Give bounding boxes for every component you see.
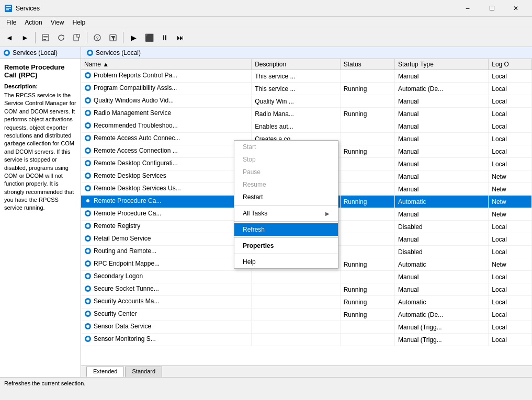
service-status xyxy=(340,95,394,108)
context-menu-item-label: Refresh xyxy=(243,226,265,233)
table-row[interactable]: Security Accounts Ma... Running Automati… xyxy=(81,296,532,308)
table-row[interactable]: Sensor Monitoring S... Manual (Trigg... … xyxy=(81,334,532,346)
service-status xyxy=(340,221,394,233)
forward-button[interactable]: ► xyxy=(18,31,32,44)
pause-service-button[interactable]: ⏸ xyxy=(157,31,172,44)
sidebar-header[interactable]: Services (Local) xyxy=(0,47,81,59)
context-menu-item[interactable]: Restart xyxy=(234,191,338,203)
service-startup: Manual xyxy=(395,108,489,120)
col-name[interactable]: Name ▲ xyxy=(81,59,252,70)
service-startup: Automatic (De... xyxy=(395,308,489,321)
tab-standard[interactable]: Standard xyxy=(125,367,162,377)
service-status: Running xyxy=(340,83,394,95)
close-button[interactable]: ✕ xyxy=(504,0,528,17)
service-desc: This service ... xyxy=(252,83,341,95)
service-status xyxy=(340,120,394,133)
app-icon xyxy=(4,4,13,13)
svg-marker-8 xyxy=(63,35,64,37)
service-name: Retail Demo Service xyxy=(81,233,252,246)
table-row[interactable]: Program Compatibility Assis... This serv… xyxy=(81,83,532,95)
content-services-icon xyxy=(86,49,94,56)
table-row[interactable]: Security Center Running Automatic (De...… xyxy=(81,308,532,321)
table-row[interactable]: Problem Reports Control Pa... This servi… xyxy=(81,70,532,83)
service-desc: Radio Mana... xyxy=(252,108,341,120)
minimize-button[interactable]: – xyxy=(456,0,480,17)
service-name: Program Compatibility Assis... xyxy=(81,83,252,95)
restart-service-button[interactable]: ⏭ xyxy=(173,31,188,44)
context-menu-item[interactable]: All Tasks▶ xyxy=(234,207,338,220)
sidebar-desc-label: Description: xyxy=(4,83,76,89)
sidebar-header-label: Services (Local) xyxy=(13,49,58,56)
table-row[interactable]: Radio Management Service Radio Mana... R… xyxy=(81,108,532,120)
context-menu-item[interactable]: Help xyxy=(234,256,338,268)
svg-rect-7 xyxy=(43,39,46,40)
service-startup: Manual xyxy=(395,170,489,183)
svg-point-25 xyxy=(86,111,89,115)
service-startup: Manual xyxy=(395,271,489,283)
service-startup: Disabled xyxy=(395,221,489,233)
table-row[interactable]: Sensor Data Service Manual (Trigg... Loc… xyxy=(81,321,532,334)
service-status xyxy=(340,321,394,334)
service-status xyxy=(340,334,394,346)
filter-button[interactable] xyxy=(106,31,120,44)
svg-point-41 xyxy=(86,212,89,215)
service-name: RPC Endpoint Mappe... xyxy=(81,258,252,271)
table-row[interactable]: Quality Windows Audio Vid... Quality Win… xyxy=(81,95,532,108)
service-name: Secure Socket Tunne... xyxy=(81,283,252,296)
service-name: Quality Windows Audio Vid... xyxy=(81,95,252,108)
service-startup: Automatic (De... xyxy=(395,83,489,95)
refresh-button[interactable] xyxy=(54,31,69,44)
service-startup: Automatic xyxy=(395,296,489,308)
service-startup: Manual xyxy=(395,283,489,296)
menu-file[interactable]: File xyxy=(2,18,20,27)
svg-rect-2 xyxy=(6,8,11,9)
table-row[interactable]: Secondary Logon Manual Local xyxy=(81,271,532,283)
context-menu-item-label: Stop xyxy=(243,156,256,163)
col-log[interactable]: Log O xyxy=(489,59,532,70)
stop-service-button[interactable]: ⬛ xyxy=(142,31,156,44)
service-log: Local xyxy=(489,221,532,233)
service-startup: Automatic xyxy=(395,258,489,271)
service-log: Local xyxy=(489,296,532,308)
menu-help[interactable]: Help xyxy=(69,18,90,27)
service-desc xyxy=(252,296,341,308)
col-desc[interactable]: Description xyxy=(252,59,341,70)
help-button[interactable]: ? xyxy=(90,31,105,44)
menu-bar: File Action View Help xyxy=(0,17,532,28)
service-name: Routing and Remote... xyxy=(81,246,252,258)
context-menu-item[interactable]: Properties xyxy=(234,239,338,252)
export-button[interactable] xyxy=(70,31,84,44)
svg-rect-10 xyxy=(77,35,80,37)
properties-button[interactable] xyxy=(38,31,53,44)
maximize-button[interactable]: ☐ xyxy=(480,0,504,17)
service-desc xyxy=(252,321,341,334)
context-menu-separator xyxy=(234,254,338,254)
service-log: Local xyxy=(489,233,532,246)
toolbar-separator-3 xyxy=(123,32,123,43)
sidebar: Services (Local) Remote Procedure Call (… xyxy=(0,47,81,377)
menu-view[interactable]: View xyxy=(47,18,69,27)
svg-point-45 xyxy=(86,237,89,240)
svg-point-39 xyxy=(86,199,89,202)
context-menu-item[interactable]: Refresh xyxy=(234,223,338,236)
service-status xyxy=(340,183,394,196)
menu-action[interactable]: Action xyxy=(20,18,46,27)
svg-point-47 xyxy=(86,249,89,253)
col-status[interactable]: Status xyxy=(340,59,394,70)
svg-point-23 xyxy=(86,99,89,102)
back-button[interactable]: ◄ xyxy=(2,31,17,44)
col-startup[interactable]: Startup Type xyxy=(395,59,489,70)
service-name: Remote Registry xyxy=(81,221,252,233)
window-controls: – ☐ ✕ xyxy=(456,0,528,17)
tab-extended[interactable]: Extended xyxy=(86,367,124,377)
table-row[interactable]: Secure Socket Tunne... Running Manual Lo… xyxy=(81,283,532,296)
table-row[interactable]: Recommended Troubleshoo... Enables aut..… xyxy=(81,120,532,133)
service-name: Remote Desktop Services xyxy=(81,170,252,183)
svg-point-33 xyxy=(86,162,89,165)
service-status xyxy=(340,233,394,246)
service-startup: Manual xyxy=(395,183,489,196)
context-menu-item-label: Resume xyxy=(243,181,266,188)
start-service-button[interactable]: ▶ xyxy=(126,31,141,44)
service-name: Remote Procedure Ca... xyxy=(81,208,252,221)
service-log: Netw xyxy=(489,208,532,221)
